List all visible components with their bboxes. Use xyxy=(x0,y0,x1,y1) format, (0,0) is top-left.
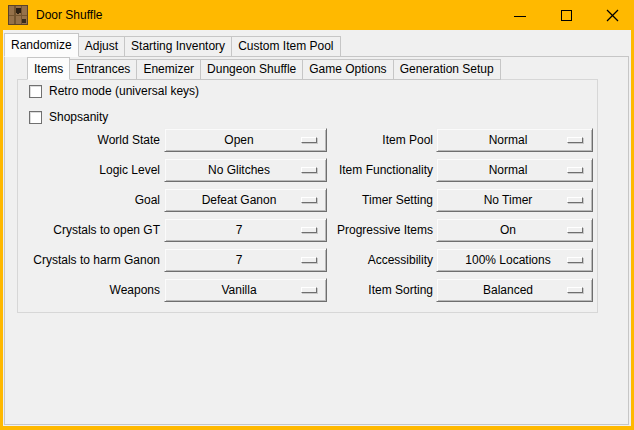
dropdown-indicator-icon xyxy=(567,167,583,173)
dropdown-value: Balanced xyxy=(437,283,567,297)
dropdown-value: Defeat Ganon xyxy=(165,193,301,207)
weapons-label: Weapons xyxy=(20,278,160,302)
dropdown-value: 7 xyxy=(165,253,301,267)
tab-game-options[interactable]: Game Options xyxy=(302,59,393,80)
dropdown-indicator-icon xyxy=(567,287,583,293)
tab-generation-setup[interactable]: Generation Setup xyxy=(393,59,501,80)
goal-label: Goal xyxy=(20,188,160,212)
accessibility-dropdown[interactable]: 100% Locations xyxy=(436,248,593,272)
close-icon xyxy=(606,9,619,22)
window-title: Door Shuffle xyxy=(36,0,103,30)
close-button[interactable] xyxy=(596,0,628,30)
door-icon xyxy=(8,5,28,25)
item-functionality-dropdown[interactable]: Normal xyxy=(436,158,593,182)
checkbox-icon[interactable] xyxy=(29,85,42,98)
maximize-icon xyxy=(561,10,572,21)
dropdown-value: 7 xyxy=(165,223,301,237)
retro-mode-checkbox[interactable]: Retro mode (universal keys) xyxy=(29,83,199,99)
item-sorting-dropdown[interactable]: Balanced xyxy=(436,278,593,302)
checkbox-icon[interactable] xyxy=(29,111,42,124)
dropdown-value: No Glitches xyxy=(165,163,301,177)
progressive-items-dropdown[interactable]: On xyxy=(436,218,593,242)
dropdown-indicator-icon xyxy=(567,137,583,143)
shopsanity-checkbox[interactable]: Shopsanity xyxy=(29,109,108,125)
crystals-ganon-label: Crystals to harm Ganon xyxy=(20,248,160,272)
dropdown-value: 100% Locations xyxy=(437,253,567,267)
dropdown-value: Open xyxy=(165,133,301,147)
dropdown-value: No Timer xyxy=(437,193,567,207)
item-pool-dropdown[interactable]: Normal xyxy=(436,128,593,152)
tab-entrances[interactable]: Entrances xyxy=(69,59,137,80)
items-options-frame: Retro mode (universal keys) Shopsanity W… xyxy=(17,79,598,313)
sub-tab-bar: Items Entrances Enemizer Dungeon Shuffle… xyxy=(27,57,500,80)
tab-adjust[interactable]: Adjust xyxy=(78,36,125,57)
tab-dungeon-shuffle[interactable]: Dungeon Shuffle xyxy=(200,59,303,80)
item-sorting-label: Item Sorting xyxy=(298,278,433,302)
dropdown-indicator-icon xyxy=(567,197,583,203)
main-tab-bar: Randomize Adjust Starting Inventory Cust… xyxy=(4,33,340,57)
accessibility-label: Accessibility xyxy=(298,248,433,272)
app-window: Door Shuffle Randomize Adjust Starting I… xyxy=(0,0,634,430)
logic-level-label: Logic Level xyxy=(20,158,160,182)
dropdown-value: On xyxy=(437,223,567,237)
dropdown-indicator-icon xyxy=(567,227,583,233)
retro-mode-label: Retro mode (universal keys) xyxy=(49,84,199,98)
progressive-items-label: Progressive Items xyxy=(298,218,433,242)
minimize-button[interactable] xyxy=(504,0,536,30)
dropdown-value: Normal xyxy=(437,133,567,147)
dropdown-indicator-icon xyxy=(567,257,583,263)
world-state-label: World State xyxy=(20,128,160,152)
tab-items[interactable]: Items xyxy=(27,57,70,80)
dropdown-value: Vanilla xyxy=(165,283,301,297)
tab-custom-item-pool[interactable]: Custom Item Pool xyxy=(231,36,340,57)
title-bar[interactable]: Door Shuffle xyxy=(0,0,634,30)
tab-randomize[interactable]: Randomize xyxy=(4,33,79,57)
item-functionality-label: Item Functionality xyxy=(298,158,433,182)
tab-starting-inventory[interactable]: Starting Inventory xyxy=(124,36,232,57)
maximize-button[interactable] xyxy=(550,0,582,30)
crystals-gt-label: Crystals to open GT xyxy=(20,218,160,242)
item-pool-label: Item Pool xyxy=(298,128,433,152)
tab-enemizer[interactable]: Enemizer xyxy=(136,59,201,80)
shopsanity-label: Shopsanity xyxy=(49,110,108,124)
dropdown-value: Normal xyxy=(437,163,567,177)
timer-setting-dropdown[interactable]: No Timer xyxy=(436,188,593,212)
minimize-icon xyxy=(514,16,526,17)
timer-setting-label: Timer Setting xyxy=(298,188,433,212)
